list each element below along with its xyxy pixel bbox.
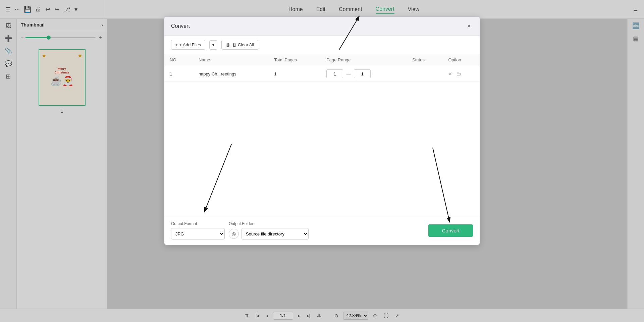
add-files-button[interactable]: + + Add Files <box>171 40 205 50</box>
output-folder-label: Output Folder <box>229 221 424 226</box>
table-header-row: NO. Name Total Pages Page Range Status O… <box>164 54 480 66</box>
cell-no: 1 <box>164 66 193 82</box>
output-format-label: Output Format <box>171 221 225 226</box>
folder-select[interactable]: Source file directory <box>241 228 309 239</box>
convert-dialog: Convert × + + Add Files ▾ 🗑 🗑 Clear All … <box>164 17 480 245</box>
format-section: Output Format JPG PNG BMP TIFF GIF <box>171 221 225 239</box>
delete-row-icon[interactable]: ✕ <box>448 71 452 76</box>
files-table: NO. Name Total Pages Page Range Status O… <box>164 54 480 82</box>
page-to-input[interactable] <box>354 69 371 78</box>
page-from-input[interactable] <box>326 69 343 78</box>
cell-option: ✕ 🗀 <box>443 66 480 82</box>
dialog-close-button[interactable]: × <box>465 22 473 30</box>
col-page-range: Page Range <box>321 54 407 66</box>
col-name: Name <box>193 54 269 66</box>
cell-page-range: — <box>321 66 407 82</box>
table-row: 1 happy Ch...reetings 1 — ✕ 🗀 <box>164 66 480 82</box>
format-select[interactable]: JPG PNG BMP TIFF GIF <box>171 228 225 239</box>
clear-all-button[interactable]: 🗑 🗑 Clear All <box>221 40 258 50</box>
add-files-label: + Add Files <box>179 42 201 47</box>
col-no: NO. <box>164 54 193 66</box>
dialog-table: NO. Name Total Pages Page Range Status O… <box>164 54 480 216</box>
open-folder-icon[interactable]: 🗀 <box>456 71 461 76</box>
dialog-toolbar: + + Add Files ▾ 🗑 🗑 Clear All <box>164 36 480 54</box>
cell-total-pages: 1 <box>269 66 321 82</box>
add-files-dropdown-button[interactable]: ▾ <box>209 40 217 50</box>
convert-button[interactable]: Convert <box>428 224 473 237</box>
col-total-pages: Total Pages <box>269 54 321 66</box>
dialog-header: Convert × <box>164 17 480 36</box>
folder-target-icon[interactable]: ◎ <box>229 229 239 239</box>
col-option: Option <box>443 54 480 66</box>
modal-overlay: Convert × + + Add Files ▾ 🗑 🗑 Clear All … <box>0 0 644 322</box>
range-dash: — <box>346 71 351 76</box>
dialog-title: Convert <box>171 23 190 29</box>
folder-row: ◎ Source file directory <box>229 228 424 239</box>
folder-section: Output Folder ◎ Source file directory <box>229 221 424 239</box>
cell-name: happy Ch...reetings <box>193 66 269 82</box>
dialog-footer: Output Format JPG PNG BMP TIFF GIF Outpu… <box>164 216 480 245</box>
add-icon: + <box>175 42 178 47</box>
col-status: Status <box>407 54 443 66</box>
clear-all-label: 🗑 Clear All <box>232 42 254 47</box>
cell-status <box>407 66 443 82</box>
trash-icon: 🗑 <box>226 42 230 47</box>
